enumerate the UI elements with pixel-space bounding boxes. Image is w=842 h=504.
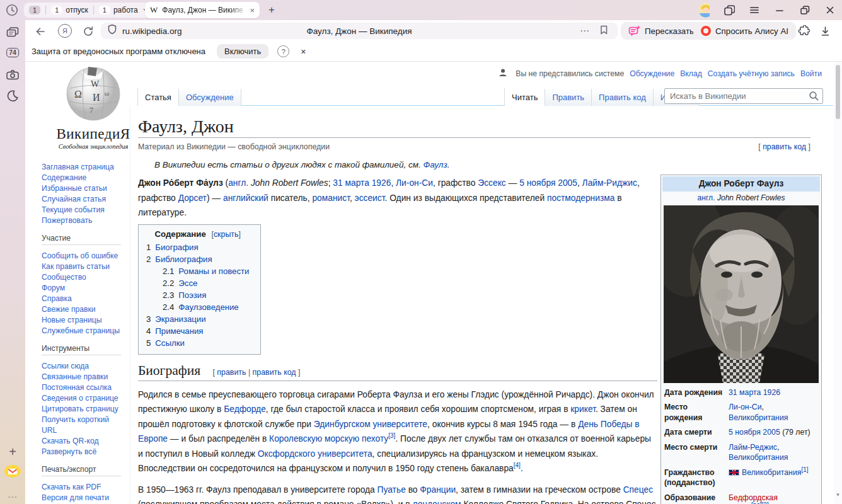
wiki-link[interactable]: [1]	[801, 466, 808, 472]
toc-link[interactable]: Романы и повести	[178, 266, 249, 276]
wiki-sidebar-link[interactable]: Свежие правки	[42, 305, 96, 314]
wiki-sidebar-link[interactable]: Версия для печати	[42, 493, 109, 502]
wiki-sidebar-link[interactable]: Ссылки сюда	[42, 362, 89, 370]
wiki-link[interactable]: эссеист	[355, 193, 385, 203]
wiki-link[interactable]: Ли-он-Си	[729, 403, 762, 411]
wiki-sidebar-link[interactable]: Пожертвовать	[42, 216, 92, 225]
wiki-sidebar-link[interactable]: Скачать как PDF	[42, 483, 101, 491]
profile-avatar[interactable]	[698, 3, 710, 18]
wiki-link[interactable]: [4]	[514, 462, 521, 469]
wiki-link[interactable]: постмодернизма	[547, 193, 614, 203]
wiki-link[interactable]: Великобритания	[742, 468, 801, 477]
downloads-icon[interactable]	[819, 25, 831, 37]
screenshot-camera-icon[interactable]	[6, 69, 20, 81]
wiki-sidebar-link[interactable]: Как править статьи	[42, 262, 110, 271]
tab-group[interactable]: 1отпуск	[51, 6, 88, 14]
wiki-link[interactable]: Пуатье	[378, 485, 406, 495]
yandex-mail-icon[interactable]	[3, 464, 22, 479]
wiki-sidebar-link[interactable]: Текущие события	[42, 205, 105, 214]
wiki-link[interactable]: Бедфорде	[224, 404, 266, 414]
dark-mode-moon-icon[interactable]	[6, 89, 19, 102]
warning-close-icon[interactable]: ×	[301, 47, 306, 57]
wiki-link[interactable]: англ.	[698, 193, 717, 202]
wiki-link[interactable]: [3]	[388, 432, 395, 439]
wiki-link[interactable]: 5 ноября 2005	[729, 428, 780, 437]
wiki-link[interactable]: 31 марта 1926	[333, 178, 391, 188]
toc-link[interactable]: Библиография	[155, 255, 212, 264]
toc-link[interactable]: Экранизации	[155, 314, 205, 324]
minimize-button[interactable]	[774, 4, 785, 16]
wiki-link[interactable]: править	[217, 368, 246, 377]
wiki-sidebar-link[interactable]: Сведения о странице	[42, 394, 118, 403]
menu-icon[interactable]	[749, 4, 760, 16]
wiki-link[interactable]: 5 ноября 2005	[519, 178, 577, 188]
wiki-sidebar-link[interactable]: Постоянная ссылка	[42, 383, 112, 392]
retell-ai-button[interactable]: Пересказать	[621, 22, 701, 40]
wiki-tab[interactable]: Обсуждение	[178, 89, 241, 106]
wiki-link[interactable]: Дорсет	[178, 193, 207, 203]
warning-help-icon[interactable]: ?	[277, 45, 289, 57]
back-button[interactable]	[34, 25, 47, 38]
tab-groups[interactable]: 11отпуск1работа	[24, 3, 155, 18]
wiki-tab[interactable]: Править код	[591, 89, 653, 106]
scrollbar-down-icon[interactable]: ▼	[834, 492, 842, 498]
wiki-sidebar-link[interactable]: Новые страницы	[42, 316, 102, 324]
wiki-link[interactable]: Эдинбургском университете	[314, 420, 427, 429]
wiki-sidebar-link[interactable]: Получить короткий URL	[42, 415, 109, 435]
wiki-link[interactable]: Великобритания	[729, 413, 788, 422]
personal-link[interactable]: Обсуждение	[630, 69, 674, 78]
yandex-home-button[interactable]: Я	[58, 24, 72, 38]
wiki-link[interactable]: лондонском	[412, 500, 461, 504]
site-shield-icon[interactable]	[107, 24, 117, 38]
wiki-link[interactable]: Королевскую морскую пехоту	[269, 434, 388, 444]
new-tab-button[interactable]: +	[265, 3, 279, 17]
personal-link[interactable]: Войти	[800, 69, 822, 78]
wiki-link[interactable]: крикет	[570, 404, 596, 414]
wikipedia-logo[interactable]: Ω W И ω 7 ВикипедиЯ Свободная энциклопед…	[43, 64, 144, 150]
wiki-link[interactable]: [вд]	[751, 501, 762, 504]
history-clock-icon[interactable]	[5, 3, 19, 17]
wiki-link[interactable]: править код	[253, 368, 296, 377]
add-widget-button[interactable]: +	[9, 445, 16, 459]
wiki-sidebar-link[interactable]: Справка	[42, 294, 72, 303]
address-more-icon[interactable]: ⋯	[580, 25, 590, 37]
scrollbar-thumb[interactable]	[836, 65, 840, 119]
wiki-sidebar-link[interactable]: Содержание	[42, 173, 86, 182]
wiki-tab[interactable]: Читать	[504, 88, 545, 106]
tab-close-icon[interactable]: ×	[250, 6, 255, 15]
toc-link[interactable]: Биография	[155, 243, 198, 252]
search-icon[interactable]	[809, 91, 819, 104]
wiki-sidebar-link[interactable]: Развернуть всё	[42, 447, 96, 456]
extensions-puzzle-icon[interactable]	[798, 25, 810, 37]
wiki-sidebar-link[interactable]: Служебные страницы	[42, 326, 120, 335]
wiki-link[interactable]: Спецес	[623, 485, 653, 495]
wiki-link[interactable]: Эссекс	[478, 178, 505, 188]
wiki-sidebar-link[interactable]: Цитировать страницу	[42, 404, 118, 413]
ask-alice-button[interactable]: Спросить Алису AI	[693, 22, 796, 40]
refresh-button[interactable]	[82, 25, 95, 38]
wiki-link[interactable]: Ли-он-Си	[396, 178, 433, 188]
tab-panels-icon[interactable]	[724, 4, 735, 16]
tabs-counter-badge[interactable]: 74	[6, 48, 19, 57]
personal-link[interactable]: Создать учётную запись	[708, 69, 795, 78]
wiki-sidebar-link[interactable]: Избранные статьи	[42, 184, 107, 193]
wiki-sidebar-link[interactable]: Связанные правки	[42, 372, 108, 381]
wiki-link[interactable]: английский	[223, 193, 268, 203]
wiki-link[interactable]: романист	[312, 193, 350, 203]
toc-link[interactable]: Ссылки	[155, 338, 184, 348]
tab-group[interactable]: 1работа	[99, 6, 138, 14]
bookmarks-cards-icon[interactable]	[6, 26, 20, 38]
active-tab[interactable]: W Фаулз, Джон — Википе ×	[145, 2, 260, 18]
wiki-link[interactable]: Великобритания	[729, 453, 788, 462]
wiki-sidebar-link[interactable]: Случайная статья	[42, 195, 106, 203]
wiki-link[interactable]: Бедфордская	[729, 493, 778, 502]
wiki-link[interactable]: Лайм-Риджис	[582, 178, 637, 188]
wiki-link[interactable]: Оксфордского университета	[258, 449, 372, 459]
wiki-link[interactable]: Лайм-Реджис	[729, 443, 777, 452]
wiki-sidebar-link[interactable]: Сообщить об ошибке	[42, 251, 118, 260]
close-button[interactable]	[824, 4, 836, 16]
toc-link[interactable]: Примечания	[155, 326, 203, 336]
wiki-link[interactable]: править код	[763, 142, 806, 151]
bookmark-icon[interactable]	[599, 25, 609, 38]
toc-link[interactable]: Эссе	[178, 278, 197, 288]
